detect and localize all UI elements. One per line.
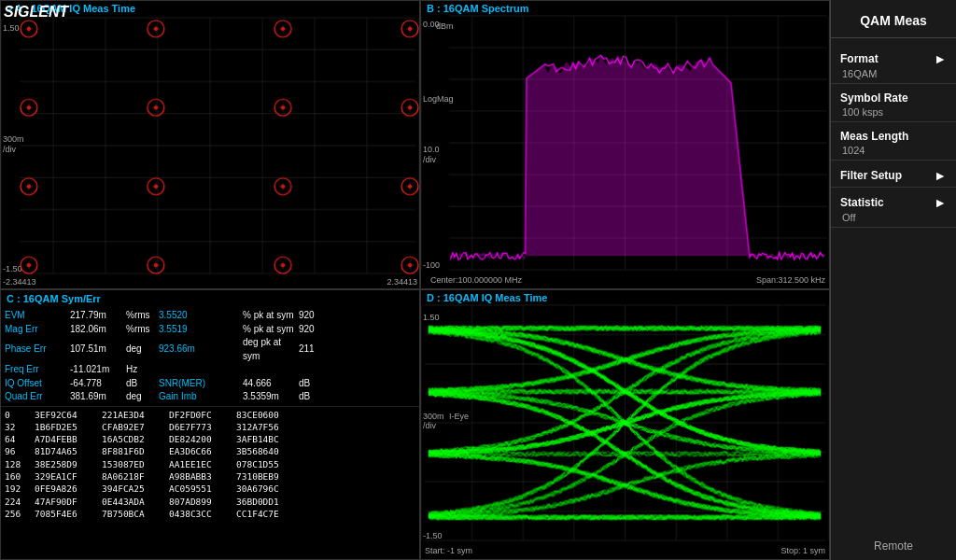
panel-d: D : 16QAM IQ Meas Time 1.50 -1.50 300m /… — [420, 289, 830, 560]
hex-b4: CC1F4C7E — [236, 508, 300, 520]
hex-row: 256 7085F4E6 7B750BCA 0438C3CC CC1F4C7E — [5, 508, 415, 520]
stat-label3: 3.5359m — [243, 390, 299, 404]
stat-label3: 44.666 — [243, 377, 299, 391]
hex-row: 128 38E258D9 153087ED AA1EE1EC 078C1D55 — [5, 458, 415, 470]
hex-b1: 7085F4E6 — [35, 508, 98, 520]
hex-addr: 96 — [5, 445, 31, 457]
sidebar-label-symbol-rate: Symbol Rate — [840, 91, 947, 105]
filter-arrow-icon: ► — [934, 168, 947, 183]
hex-row: 64 A7D4FEBB 16A5CDB2 DE824200 3AFB14BC — [5, 433, 415, 445]
panel-c: C : 16QAM Sym/Err EVM 217.79m %rms 3.552… — [0, 289, 420, 560]
hex-b3: D6E7F773 — [169, 421, 232, 433]
stat-value: -11.021m — [70, 363, 126, 377]
sidebar-value-symbol-rate: 100 ksps — [840, 105, 947, 118]
stat-label2: Gain Imb — [159, 390, 243, 404]
hex-b4: 36BD0DD1 — [236, 496, 300, 508]
hex-b2: 8F881F6D — [102, 445, 165, 457]
stat-label: Mag Err — [5, 323, 70, 337]
hex-b1: 38E258D9 — [35, 458, 98, 470]
sidebar-item-filter-setup[interactable]: Filter Setup ► — [831, 161, 956, 188]
hex-b3: DF2FD0FC — [169, 409, 232, 421]
stat-value2: dB — [299, 377, 336, 391]
hex-row: 192 0FE9A826 394FCA25 AC059551 30A6796C — [5, 483, 415, 495]
stat-label: Quad Err — [5, 390, 70, 404]
stat-label2: SNR(MER) — [159, 377, 243, 391]
stat-label2: 3.5520 — [159, 309, 243, 323]
stat-label: Phase Err — [5, 343, 70, 357]
stats-row: EVM 217.79m %rms 3.5520 % pk at sym 920 — [5, 309, 415, 323]
panel-d-title: D : 16QAM IQ Meas Time — [427, 292, 547, 303]
hex-row: 32 1B6FD2E5 CFAB92E7 D6E7F773 312A7F56 — [5, 421, 415, 433]
hex-b3: A98BABB3 — [169, 470, 232, 483]
hex-b3: 807AD899 — [169, 496, 232, 508]
stat-unit: dB — [126, 377, 159, 391]
hex-b2: 7B750BCA — [102, 508, 165, 520]
stat-value2: dB — [299, 390, 336, 404]
top-row: > A : 16QAM IQ Meas Time 1.50 -1.50 -2.3… — [0, 0, 830, 289]
stat-value2: 211 — [299, 343, 336, 357]
hex-addr: 0 — [5, 409, 31, 421]
panel-c-title-bar: C : 16QAM Sym/Err — [1, 290, 419, 307]
hex-rows: 0 3EF92C64 221AE3D4 DF2FD0FC 83CE0600 32… — [5, 409, 415, 521]
hex-b3: AC059551 — [169, 483, 232, 495]
sidebar-item-statistic[interactable]: Statistic ► Off — [831, 188, 956, 228]
hex-row: 0 3EF92C64 221AE3D4 DF2FD0FC 83CE0600 — [5, 409, 415, 421]
stat-label2: 3.5519 — [159, 323, 243, 337]
hex-b4: 30A6796C — [236, 483, 300, 495]
hex-b2: CFAB92E7 — [102, 421, 165, 433]
stats-section: EVM 217.79m %rms 3.5520 % pk at sym 920 … — [1, 307, 419, 407]
spectrum-plot — [421, 1, 829, 288]
stat-label: Freq Err — [5, 363, 70, 377]
stat-unit: deg — [126, 390, 159, 404]
sidebar-title: QAM Meas — [831, 7, 956, 38]
hex-addr: 128 — [5, 458, 31, 470]
sidebar: QAM Meas Format ► 16QAM Symbol Rate 100 … — [830, 0, 956, 560]
hex-b1: 47AF90DF — [35, 496, 98, 508]
stat-unit: deg — [126, 343, 159, 357]
hex-row: 96 81D74A65 8F881F6D EA3D6C66 3B568640 — [5, 445, 415, 457]
sidebar-item-format[interactable]: Format ► 16QAM — [831, 44, 956, 84]
stat-label: IQ Offset — [5, 377, 70, 391]
hex-b1: 1B6FD2E5 — [35, 421, 98, 433]
stat-value2: 920 — [299, 309, 336, 323]
hex-b1: A7D4FEBB — [35, 433, 98, 445]
stat-value2: 920 — [299, 323, 336, 337]
stat-label2: 923.66m — [159, 343, 243, 357]
hex-b2: 153087ED — [102, 458, 165, 470]
sidebar-value-meas-length: 1024 — [840, 143, 947, 156]
stat-value: 381.69m — [70, 390, 126, 404]
hex-b4: 078C1D55 — [236, 458, 300, 470]
hex-b3: 0438C3CC — [169, 508, 232, 520]
hex-b2: 0E443ADA — [102, 496, 165, 508]
sidebar-value-format: 16QAM — [840, 66, 947, 79]
hex-addr: 64 — [5, 433, 31, 445]
panel-c-title: C : 16QAM Sym/Err — [7, 293, 101, 304]
main-area: > A : 16QAM IQ Meas Time 1.50 -1.50 -2.3… — [0, 0, 830, 560]
panel-b: B : 16QAM Spectrum 0.00 dBm LogMag 10.0 … — [420, 0, 830, 289]
sidebar-value-statistic: Off — [840, 210, 947, 223]
stats-rows: EVM 217.79m %rms 3.5520 % pk at sym 920 … — [5, 309, 415, 404]
sidebar-label-statistic: Statistic ► — [840, 195, 947, 210]
hex-addr: 224 — [5, 496, 31, 508]
hex-b3: DE824200 — [169, 433, 232, 445]
panel-b-title: B : 16QAM Spectrum — [427, 3, 528, 14]
hex-row: 224 47AF90DF 0E443ADA 807AD899 36BD0DD1 — [5, 496, 415, 508]
hex-addr: 32 — [5, 421, 31, 433]
hex-b3: EA3D6C66 — [169, 445, 232, 457]
bottom-row: C : 16QAM Sym/Err EVM 217.79m %rms 3.552… — [0, 289, 830, 560]
stats-row: Mag Err 182.06m %rms 3.5519 % pk at sym … — [5, 323, 415, 337]
stats-row: Quad Err 381.69m deg Gain Imb 3.5359m dB — [5, 390, 415, 404]
hex-addr: 256 — [5, 508, 31, 520]
stat-value: 182.06m — [70, 323, 126, 337]
stats-row: Phase Err 107.51m deg 923.66m deg pk at … — [5, 336, 415, 363]
hex-row: 160 329EA1CF 8A06218F A98BABB3 7310BEB9 — [5, 470, 415, 483]
sidebar-item-meas-length: Meas Length 1024 — [831, 122, 956, 161]
stat-label: EVM — [5, 309, 70, 323]
stat-value: 217.79m — [70, 309, 126, 323]
format-arrow-icon: ► — [934, 51, 947, 66]
sidebar-label-filter-setup: Filter Setup ► — [840, 168, 947, 183]
constellation-plot — [1, 1, 419, 288]
stats-row: IQ Offset -64.778 dB SNR(MER) 44.666 dB — [5, 377, 415, 391]
hex-b4: 3AFB14BC — [236, 433, 300, 445]
panel-a: > A : 16QAM IQ Meas Time 1.50 -1.50 -2.3… — [0, 0, 420, 289]
